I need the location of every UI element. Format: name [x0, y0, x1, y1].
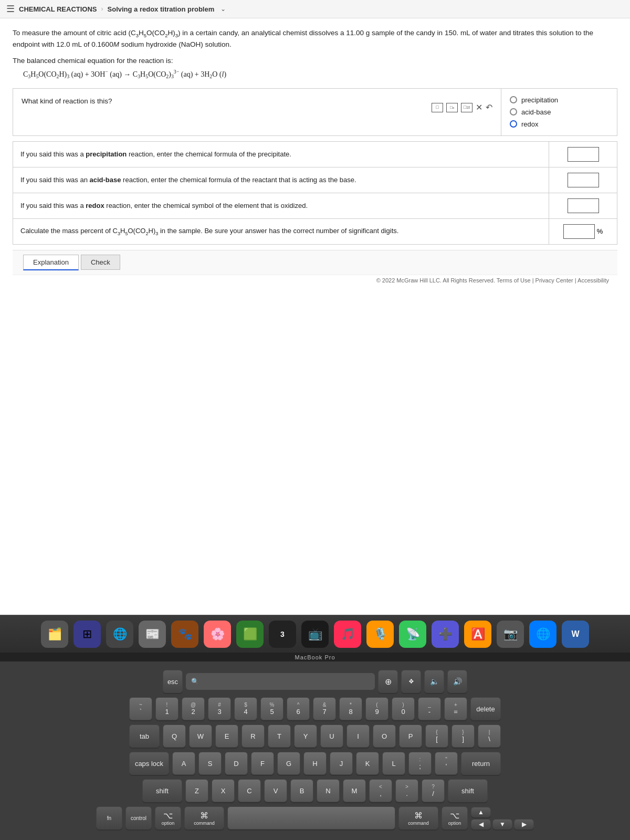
q5-input[interactable] [563, 224, 595, 239]
key-l[interactable]: L [382, 752, 405, 775]
option-precipitation[interactable]: precipitation [510, 96, 608, 104]
key-c[interactable]: C [238, 779, 261, 802]
key-6[interactable]: ^6 [287, 697, 310, 720]
key-n[interactable]: N [317, 779, 340, 802]
dock-appletv[interactable]: 📺 [301, 621, 329, 648]
key-bracket-left[interactable]: {[ [425, 724, 448, 748]
q2-input[interactable] [568, 147, 599, 162]
dock-word[interactable]: W [562, 621, 589, 648]
format-subscript-icon[interactable]: □a [446, 103, 458, 112]
key-3[interactable]: #3 [208, 697, 231, 720]
volume-down-key[interactable]: 🔈 [424, 670, 444, 693]
close-button[interactable]: ✕ [476, 101, 482, 114]
key-z[interactable]: Z [185, 779, 208, 802]
dock-calendar[interactable]: 3 [269, 621, 296, 648]
return-key[interactable]: return [461, 752, 501, 775]
key-q[interactable]: Q [163, 724, 186, 748]
key-f[interactable]: F [251, 752, 274, 775]
key-bracket-right[interactable]: }] [452, 724, 475, 748]
key-minus[interactable]: _- [418, 697, 441, 720]
option-left-key[interactable]: ⌥ option [155, 806, 181, 830]
dock-accessibility[interactable]: 🅰️ [464, 621, 491, 648]
q4-input[interactable] [568, 198, 599, 213]
esc-key[interactable]: esc [163, 670, 183, 693]
key-u[interactable]: U [320, 724, 343, 748]
key-a[interactable]: A [172, 752, 195, 775]
undo-button[interactable]: ↶ [486, 101, 492, 114]
explanation-tab[interactable]: Explanation [23, 255, 79, 270]
tab-key[interactable]: tab [129, 724, 160, 748]
dock-photos[interactable]: 🐾 [171, 621, 198, 648]
arrow-up-key[interactable]: ▲ [471, 807, 491, 817]
command-left-key[interactable]: ⌘ command [184, 806, 224, 830]
key-period[interactable]: >. [395, 779, 418, 802]
dock-podcast[interactable]: 🎙️ [366, 621, 394, 648]
chevron-down-icon[interactable]: ⌄ [220, 5, 226, 13]
delete-key[interactable]: delete [470, 697, 501, 720]
key-b[interactable]: B [290, 779, 313, 802]
shift-left-key[interactable]: shift [142, 779, 182, 802]
radio-precipitation[interactable] [510, 96, 517, 103]
radio-redox[interactable] [510, 120, 517, 128]
ctrl-key[interactable]: control [125, 806, 152, 830]
key-m[interactable]: M [343, 779, 366, 802]
key-w[interactable]: W [189, 724, 212, 748]
key-k[interactable]: K [356, 752, 379, 775]
key-x[interactable]: X [212, 779, 235, 802]
menu-icon[interactable]: ☰ [6, 3, 15, 15]
key-4[interactable]: $4 [234, 697, 257, 720]
key-slash[interactable]: ?/ [422, 779, 445, 802]
command-right-key[interactable]: ⌘ command [398, 806, 438, 830]
fn-key[interactable]: fn [96, 806, 122, 830]
dock-network[interactable]: 📡 [399, 621, 426, 648]
shift-right-key[interactable]: shift [448, 779, 488, 802]
key-v[interactable]: V [264, 779, 287, 802]
dock-camera[interactable]: 📷 [497, 621, 524, 648]
key-quote[interactable]: "' [435, 752, 458, 775]
dock-browser[interactable]: 🌐 [106, 621, 133, 648]
key-0[interactable]: )0 [392, 697, 415, 720]
format-superscript-icon[interactable]: □10 [461, 103, 472, 112]
key-tilde[interactable]: ~` [129, 697, 152, 720]
key-o[interactable]: O [373, 724, 396, 748]
dock-finder[interactable]: 🗂️ [41, 621, 68, 648]
dock-launchpad[interactable]: ⊞ [74, 621, 101, 648]
check-tab[interactable]: Check [81, 255, 120, 270]
key-p[interactable]: P [399, 724, 422, 748]
key-h[interactable]: H [303, 752, 327, 775]
format-normal-icon[interactable]: □ [432, 103, 443, 112]
dock-music[interactable]: 🎵 [334, 621, 361, 648]
key-5[interactable]: %5 [260, 697, 284, 720]
space-key[interactable] [227, 806, 395, 830]
arrow-down-key[interactable]: ▼ [492, 819, 512, 830]
dock-news[interactable]: 📰 [139, 621, 166, 648]
brightness-up-key[interactable]: ⊕ [378, 670, 398, 693]
key-8[interactable]: *8 [339, 697, 362, 720]
key-y[interactable]: Y [294, 724, 317, 748]
key-r[interactable]: R [242, 724, 265, 748]
key-equals[interactable]: += [444, 697, 467, 720]
dock-app2[interactable]: 🟩 [236, 621, 264, 648]
option-acid-base[interactable]: acid-base [510, 108, 608, 116]
key-s[interactable]: S [198, 752, 222, 775]
key-backslash[interactable]: |\ [478, 724, 501, 748]
arrow-left-key[interactable]: ◀ [471, 819, 491, 830]
dock-app3[interactable]: ➕ [432, 621, 459, 648]
key-comma[interactable]: <, [369, 779, 392, 802]
key-e[interactable]: E [215, 724, 238, 748]
arrow-right-key[interactable]: ▶ [514, 819, 534, 830]
dock-app1[interactable]: 🌸 [204, 621, 231, 648]
dock-chrome[interactable]: 🌐 [529, 621, 556, 648]
option-right-key[interactable]: ⌥ option [442, 806, 468, 830]
key-i[interactable]: I [346, 724, 370, 748]
q3-input[interactable] [568, 173, 599, 187]
option-redox[interactable]: redox [510, 120, 608, 128]
key-9[interactable]: (9 [365, 697, 388, 720]
key-semicolon[interactable]: :; [408, 752, 432, 775]
mission-control-key[interactable]: ❖ [401, 670, 421, 693]
key-1[interactable]: !1 [155, 697, 178, 720]
key-j[interactable]: J [330, 752, 353, 775]
key-d[interactable]: D [225, 752, 248, 775]
volume-up-key[interactable]: 🔊 [447, 670, 467, 693]
radio-acid-base[interactable] [510, 108, 517, 116]
